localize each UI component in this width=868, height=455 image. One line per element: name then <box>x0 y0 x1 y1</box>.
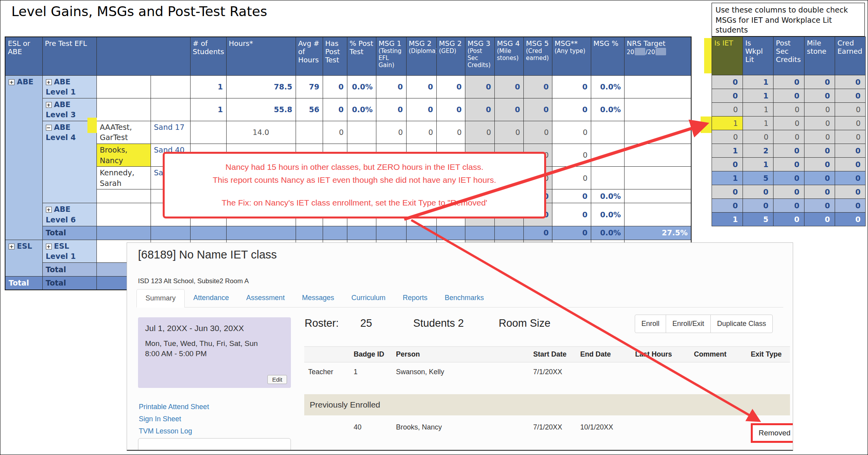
check-value-cell: 0 <box>835 89 866 103</box>
site-cell <box>151 226 190 240</box>
tab-curriculum[interactable]: Curriculum <box>343 289 394 308</box>
col-header-msg_any: MSG**(Any type) <box>552 37 591 75</box>
check-value-cell: 0 <box>712 130 743 144</box>
check-value-cell: 0 <box>804 158 835 171</box>
expand-icon[interactable]: + <box>46 207 52 213</box>
value-cell <box>226 226 296 240</box>
value-cell: 0.0% <box>591 75 624 98</box>
value-cell: 0 <box>552 167 591 189</box>
col-header-hours: Hours* <box>226 37 296 75</box>
check-row: 12000 <box>712 144 866 158</box>
check-value-cell: 0 <box>804 75 835 89</box>
level-cell: Total <box>42 262 96 276</box>
value-cell <box>591 167 624 189</box>
check-row: 11000 <box>712 116 866 130</box>
value-cell: 0 <box>376 75 406 98</box>
check-value-cell: 0 <box>835 158 866 171</box>
check-value-cell: 0 <box>835 171 866 185</box>
value-cell: 0 <box>376 121 406 144</box>
col-header-msg2_diploma: MSG 2(Diploma) <box>406 37 436 75</box>
col-header-nrs_target: NRS Target20/20 <box>624 37 691 75</box>
link-tvm-lesson-log[interactable]: TVM Lesson Log <box>139 427 192 435</box>
value-cell: 79 <box>296 75 323 98</box>
student-name-cell <box>96 189 151 203</box>
roster-table: Badge IDPersonStart DateEnd DateLast Hou… <box>304 346 790 444</box>
annotation-line1: Nancy had 15 hours in other classes, but… <box>165 161 544 174</box>
tab-attendance[interactable]: Attendance <box>185 289 238 308</box>
level-cell: −ABE Level 4 <box>42 121 96 203</box>
annotation-box: Nancy had 15 hours in other classes, but… <box>163 152 546 218</box>
yellow-highlight-brooks-is-iet <box>701 116 712 133</box>
col-header-avg_hours: Avg # of Hours <box>296 37 323 75</box>
group-cell-total: Total <box>5 276 42 290</box>
link-sign-in-sheet[interactable]: Sign In Sheet <box>139 415 181 423</box>
group-cell-abe: +ABE <box>5 75 42 240</box>
value-cell <box>465 226 494 240</box>
expand-icon[interactable]: + <box>46 244 52 249</box>
level-cell: +ABE Level 6 <box>42 203 96 226</box>
expand-icon[interactable]: + <box>46 79 52 85</box>
enroll-exit-button[interactable]: Enroll/Exit <box>666 315 711 333</box>
value-cell <box>296 226 323 240</box>
value-cell: 0 <box>523 121 552 144</box>
collapse-icon[interactable]: − <box>46 125 52 131</box>
check-row: 15000 <box>712 171 866 185</box>
value-cell <box>624 203 691 226</box>
col-header-msg5: MSG 5(Cred earned) <box>523 37 552 75</box>
duplicate-class-button[interactable]: Duplicate Class <box>710 315 773 333</box>
check-value-cell: 0 <box>774 185 804 199</box>
roster-col-header-start-date: Start Date <box>529 347 576 362</box>
edit-button[interactable]: Edit <box>267 375 287 384</box>
redacted-year-block <box>635 48 645 55</box>
value-cell: 0 <box>494 98 523 121</box>
check-col-header-post-sec-credits: Post Sec Credits <box>774 37 804 75</box>
tab-reports[interactable]: Reports <box>394 289 436 308</box>
room-size-label: Room Size <box>499 317 550 329</box>
expand-icon[interactable]: + <box>46 102 52 108</box>
check-value-cell: 0 <box>804 213 835 226</box>
value-cell: 0 <box>494 121 523 144</box>
value-cell: 14.0 <box>226 121 296 144</box>
value-cell <box>190 226 226 240</box>
check-row: 01000 <box>712 89 866 103</box>
check-value-cell: 1 <box>743 116 774 130</box>
value-cell: 0 <box>406 98 436 121</box>
check-row: 01000 <box>712 158 866 171</box>
value-cell: 0 <box>552 226 591 240</box>
schedule-card: Jul 1, 20XX - Jun 30, 20XX Mon, Tue, Wed… <box>138 317 291 388</box>
expand-icon[interactable]: + <box>9 244 15 249</box>
prev-exit-type-cell: Removed <box>747 415 790 444</box>
schedule-days: Mon, Tue, Wed, Thu, Fri, Sat, Sun <box>145 339 284 348</box>
site-cell <box>151 75 190 98</box>
value-cell <box>347 121 376 144</box>
schedule-time: 8:00 AM - 5:00 PM <box>145 349 284 358</box>
empty-info-box <box>138 438 291 451</box>
enroll-button[interactable]: Enroll <box>635 315 666 333</box>
check-value-cell: 1 <box>712 116 743 130</box>
check-value-cell: 0 <box>804 130 835 144</box>
tab-benchmarks[interactable]: Benchmarks <box>436 289 492 308</box>
level-cell: Total <box>42 276 96 290</box>
link-printable-attend-sheet[interactable]: Printable Attend Sheet <box>139 403 209 411</box>
check-value-cell: 0 <box>804 116 835 130</box>
check-value-cell: 0 <box>835 213 866 226</box>
expand-icon[interactable]: + <box>9 79 15 85</box>
roster-header-row: Badge IDPersonStart DateEnd DateLast Hou… <box>304 347 790 362</box>
level-cell: +ABE Level 1 <box>42 75 96 98</box>
check-row: 00000 <box>712 185 866 199</box>
value-cell <box>494 226 523 240</box>
value-cell <box>376 226 406 240</box>
value-cell: 0 <box>376 98 406 121</box>
student-name-cell <box>96 226 151 240</box>
value-cell: 0 <box>523 226 552 240</box>
tab-assessment[interactable]: Assessment <box>238 289 293 308</box>
check-value-cell: 1 <box>743 158 774 171</box>
teacher-exit-type <box>747 362 790 395</box>
tab-summary[interactable]: Summary <box>136 289 185 308</box>
teacher-role: Teacher <box>304 362 350 395</box>
value-cell: 1 <box>190 98 226 121</box>
check-value-cell: 2 <box>743 144 774 158</box>
value-cell <box>406 226 436 240</box>
tab-messages[interactable]: Messages <box>293 289 343 308</box>
value-cell <box>624 98 691 121</box>
